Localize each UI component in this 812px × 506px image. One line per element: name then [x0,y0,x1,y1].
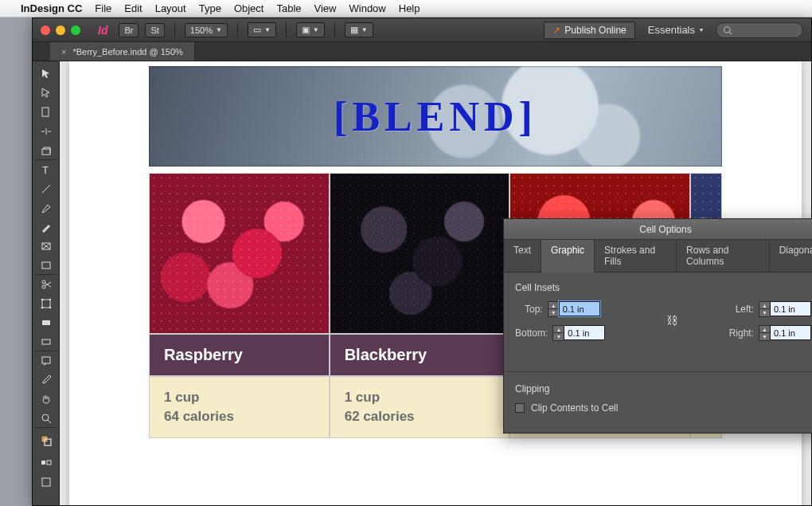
rect-tool[interactable] [35,256,57,275]
menu-type[interactable]: Type [199,2,221,14]
note-tool[interactable] [35,351,57,371]
bottom-inset-stepper[interactable]: ▲▼ [552,325,605,341]
zoom-level-select[interactable]: 150% ▼ [185,23,228,37]
line-tool[interactable] [35,179,57,198]
scissors-tool[interactable] [35,275,57,294]
link-insets-icon[interactable]: ⛓ [666,314,677,327]
right-inset-input[interactable] [770,325,811,340]
top-inset-input[interactable] [559,301,600,316]
gradient-feather-tool[interactable] [35,332,57,351]
bridge-button[interactable]: Br [119,23,139,37]
direct-selection-tool[interactable] [35,84,57,103]
cell-options-panel: Cell Options Text Graphic Strokes and Fi… [503,218,812,433]
view-options-button[interactable]: ▭▼ [248,22,276,37]
step-down-icon[interactable]: ▼ [548,309,559,316]
step-up-icon[interactable]: ▲ [553,326,564,333]
pencil-tool[interactable] [35,218,57,237]
close-window-button[interactable] [41,25,50,35]
hand-tool[interactable] [35,390,57,409]
svg-line-21 [48,420,51,423]
right-label: Right: [729,328,754,339]
info-cell-raspberry[interactable]: 1 cup 64 calories [149,376,330,438]
selection-tool[interactable] [35,65,57,84]
content-collector-tool[interactable] [35,141,57,160]
svg-point-16 [49,307,51,309]
hero-title: [BLEND] [334,93,537,140]
menu-view[interactable]: View [314,2,337,14]
search-input[interactable] [716,22,803,38]
right-inset-stepper[interactable]: ▲▼ [759,325,811,341]
step-down-icon[interactable]: ▼ [759,333,770,340]
calories: 64 calories [164,407,314,426]
svg-rect-12 [42,300,50,308]
tab-text[interactable]: Text [504,240,541,272]
left-inset-stepper[interactable]: ▲▼ [759,301,811,317]
panel-title[interactable]: Cell Options [504,219,812,240]
name-cell-raspberry[interactable]: Raspberry [149,334,330,376]
menu-file[interactable]: File [95,2,111,14]
step-down-icon[interactable]: ▼ [759,309,770,316]
left-label: Left: [736,304,754,315]
step-down-icon[interactable]: ▼ [553,333,564,340]
menu-edit[interactable]: Edit [124,2,142,14]
svg-rect-2 [42,108,49,116]
tab-diagonal[interactable]: Diagonal [770,240,812,272]
zoom-window-button[interactable] [71,25,80,35]
eyedropper-tool[interactable] [35,371,57,390]
menu-app[interactable]: InDesign CC [21,2,82,14]
step-up-icon[interactable]: ▲ [759,302,770,309]
hero-frame[interactable]: [BLEND] [149,66,722,167]
name-cell-blackberry[interactable]: Blackberry [330,334,510,376]
gradient-swatch-tool[interactable] [35,313,57,332]
info-cell-blackberry[interactable]: 1 cup 62 calories [330,376,510,438]
zoom-level-value: 150% [190,25,213,35]
publish-online-button[interactable]: ↗ Publish Online [544,22,634,39]
svg-rect-9 [42,262,50,269]
checkbox-icon[interactable] [515,403,525,413]
menu-layout[interactable]: Layout [155,2,186,14]
step-up-icon[interactable]: ▲ [759,326,770,333]
publish-arrow-icon: ↗ [552,25,560,36]
blackberry-image-cell[interactable] [330,173,510,334]
svg-line-5 [42,185,50,193]
free-transform-tool[interactable] [35,294,57,313]
gap-tool[interactable] [35,122,57,141]
page-tool[interactable] [35,103,57,122]
menu-table[interactable]: Table [276,2,301,14]
top-inset-stepper[interactable]: ▲▼ [548,301,600,317]
minimize-window-button[interactable] [56,25,65,35]
step-up-icon[interactable]: ▲ [548,302,559,309]
menu-object[interactable]: Object [234,2,264,14]
left-inset-input[interactable] [770,301,811,316]
default-fs-icon[interactable] [35,453,57,473]
screen-mode-tool[interactable] [35,473,57,492]
menu-window[interactable]: Window [349,2,386,14]
publish-label: Publish Online [564,25,626,36]
svg-line-1 [729,32,732,34]
type-tool[interactable]: T [35,160,57,179]
document-tabs: × *Berry_Before.indd @ 150% [33,42,811,61]
bottom-inset-input[interactable] [564,325,605,340]
top-label: Top: [525,304,543,315]
close-tab-icon[interactable]: × [61,47,66,57]
raspberry-image-cell[interactable] [149,173,330,334]
stock-button[interactable]: St [145,23,164,37]
app-titlebar: Id Br St 150% ▼ ▭▼ ▣▼ ▦▼ ↗ Publish Onlin… [33,18,811,42]
chevron-down-icon: ▼ [216,26,222,33]
screen-mode-button[interactable]: ▣▼ [296,22,325,37]
clip-contents-checkbox[interactable]: Clip Contents to Cell [515,402,812,414]
doc-tab-berry[interactable]: × *Berry_Before.indd @ 150% [50,42,195,61]
arrange-docs-button[interactable]: ▦▼ [345,22,373,37]
rect-frame-tool[interactable] [35,237,57,256]
tab-strokes[interactable]: Strokes and Fills [595,240,677,272]
menu-help[interactable]: Help [399,2,420,14]
tab-graphic[interactable]: Graphic [541,240,595,273]
fill-stroke-swatch[interactable] [35,428,57,453]
tab-rows-cols[interactable]: Rows and Columns [677,240,770,272]
workspace-select[interactable]: Essentials ▾ [642,24,709,36]
pen-tool[interactable] [35,198,57,218]
svg-point-0 [724,26,731,33]
zoom-tool[interactable] [35,409,57,428]
svg-point-14 [49,299,51,301]
window-controls [41,25,80,35]
